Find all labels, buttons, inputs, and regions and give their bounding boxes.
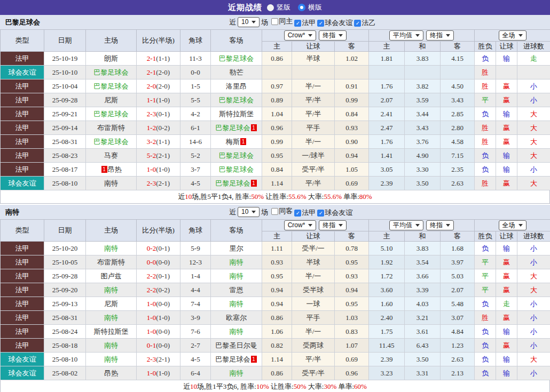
average-final-select[interactable]: 终指 bbox=[426, 220, 454, 230]
match-date: 25-10-04 bbox=[44, 79, 86, 93]
match-count-select[interactable]: 10 bbox=[238, 207, 260, 217]
avg-draw-odds: 3.44 bbox=[405, 107, 441, 121]
col-avg-home: 主 bbox=[369, 231, 405, 242]
average-select[interactable]: 平均值 bbox=[389, 30, 423, 41]
match-row: 法甲25-09-13尼斯1-0(0-0)7-4南特0.94一球0.951.604… bbox=[1, 297, 550, 311]
bookmaker-select[interactable]: Crow* bbox=[284, 30, 317, 41]
filter-checkbox[interactable]: ✓ bbox=[317, 210, 324, 217]
fulltime-score: 5-2 bbox=[147, 151, 156, 159]
summary-segment: 30% bbox=[324, 382, 336, 390]
handicap-line: 半/一 bbox=[292, 135, 335, 149]
handicap-home-odds: 0.97 bbox=[262, 79, 292, 93]
result-wdl: 负 bbox=[475, 353, 496, 366]
result-wdl: 胜 bbox=[475, 177, 496, 190]
scope-select[interactable]: 全场 bbox=[499, 220, 527, 230]
result-goals: 大 bbox=[517, 283, 550, 297]
handicap-home-odds: 0.84 bbox=[262, 163, 292, 177]
filter-checkbox[interactable]: ✓ bbox=[354, 20, 361, 27]
avg-draw-odds: 3.82 bbox=[405, 79, 441, 93]
team-label: 南特 bbox=[104, 179, 118, 187]
avg-away-odds: 1.23 bbox=[441, 339, 475, 353]
summary-segment: 80% bbox=[359, 193, 372, 201]
horizontal-radio-icon[interactable] bbox=[298, 4, 305, 11]
avg-home-odds: 1.72 bbox=[369, 269, 405, 283]
handicap-line: 平手 bbox=[292, 311, 335, 325]
avg-home-odds: 3.23 bbox=[369, 366, 405, 380]
handicap-line: 受半/一 bbox=[292, 242, 335, 255]
odds-group-header: Crow* 终指 bbox=[262, 220, 369, 231]
filter-label: 同主 bbox=[279, 17, 293, 26]
match-date: 25-08-18 bbox=[44, 339, 86, 353]
halftime-score: (1-0) bbox=[156, 369, 170, 377]
avg-draw-odds: 3.50 bbox=[405, 353, 441, 366]
corner-count: 7-4 bbox=[180, 297, 211, 311]
result-wdl: 负 bbox=[475, 163, 496, 177]
team-label: 巴黎足球会 bbox=[216, 124, 250, 132]
filter-checkbox[interactable]: ✓ bbox=[294, 20, 301, 27]
handicap-home-odds: 0.95 bbox=[262, 149, 292, 163]
avg-draw-odds: 4.90 bbox=[405, 149, 441, 163]
fulltime-score: 2-2 bbox=[147, 286, 156, 294]
match-row: 法甲25-09-21巴黎足球会2-3(0-1)4-2斯特拉斯堡1.04平/半0.… bbox=[1, 107, 550, 121]
scope-select-value: 全场 bbox=[502, 221, 515, 229]
handicap-away-odds: 0.90 bbox=[335, 135, 369, 149]
handicap-line: 平/半 bbox=[292, 353, 335, 366]
home-team: 巴黎足球会 bbox=[86, 135, 137, 149]
chevron-down-icon bbox=[339, 224, 343, 227]
home-team: 南特 bbox=[86, 242, 137, 255]
scope-select[interactable]: 全场 bbox=[499, 30, 527, 41]
match-date: 25-10-19 bbox=[44, 52, 86, 66]
filter-checkbox[interactable] bbox=[271, 18, 278, 25]
away-team: 巴黎足球会 bbox=[211, 149, 262, 163]
odds-final-select[interactable]: 终指 bbox=[319, 30, 347, 41]
filter-checkbox[interactable] bbox=[271, 208, 278, 215]
home-team: 布雷斯特 bbox=[86, 255, 137, 269]
match-row: 法甲25-08-23马赛5-2(2-1)5-2巴黎足球会0.95一/球半0.94… bbox=[1, 149, 550, 163]
avg-draw-odds: 3.61 bbox=[405, 325, 441, 339]
team-label: 巴黎足球会 bbox=[219, 165, 254, 173]
handicap-home-odds: 0.86 bbox=[262, 52, 292, 66]
team-label: 马赛 bbox=[104, 151, 118, 159]
team-label: 巴黎足球会 bbox=[94, 68, 129, 76]
team-label: 巴黎足球会 bbox=[94, 138, 129, 146]
horizontal-layout-option[interactable]: 横版 bbox=[298, 3, 322, 12]
handicap-home-odds: 0.86 bbox=[262, 366, 292, 380]
red-card-badge: 1 bbox=[251, 356, 257, 363]
filter-checkbox[interactable]: ✓ bbox=[294, 210, 301, 217]
handicap-away-odds: 0.93 bbox=[335, 269, 369, 283]
result-wdl: 负 bbox=[475, 366, 496, 380]
filter-item: ✓法甲 bbox=[294, 18, 316, 28]
match-row: 法甲25-08-18南特0-1(0-0)2-7巴黎圣日尔曼0.82受两球1.07… bbox=[1, 339, 550, 353]
corner-count: 4-5 bbox=[180, 353, 211, 366]
away-team: 巴黎足球会1 bbox=[211, 121, 262, 135]
match-count-select[interactable]: 10 bbox=[238, 17, 260, 27]
vertical-radio-icon[interactable] bbox=[267, 4, 274, 11]
bookmaker-select[interactable]: Crow* bbox=[284, 220, 317, 230]
avg-home-odds: 1.76 bbox=[369, 79, 405, 93]
average-final-select[interactable]: 终指 bbox=[426, 30, 454, 41]
result-handicap: 输 bbox=[496, 107, 517, 121]
halftime-score: (2-0) bbox=[156, 68, 170, 76]
match-date: 25-08-10 bbox=[44, 177, 86, 190]
team-label: 南特 bbox=[104, 314, 118, 322]
handicap-away-odds: 0.96 bbox=[335, 366, 369, 380]
summary-segment: 50% bbox=[294, 382, 307, 390]
result-goals: 大 bbox=[517, 107, 550, 121]
odds-final-select[interactable]: 终指 bbox=[319, 220, 347, 230]
halftime-score: (0-0) bbox=[156, 258, 170, 266]
match-type: 法甲 bbox=[1, 311, 44, 325]
avg-draw-odds: 3.43 bbox=[405, 121, 441, 135]
filter-item: ✓球会友谊 bbox=[317, 208, 352, 218]
handicap-away-odds: 0.94 bbox=[335, 283, 369, 297]
chevron-down-icon bbox=[308, 34, 312, 37]
corner-count: 3-9 bbox=[180, 311, 211, 325]
team-label: 昂热 bbox=[104, 369, 118, 377]
filter-checkbox[interactable]: ✓ bbox=[317, 20, 324, 27]
vertical-layout-option[interactable]: 竖版 bbox=[267, 3, 290, 12]
average-select[interactable]: 平均值 bbox=[389, 220, 423, 230]
scope-group-header: 全场 bbox=[475, 30, 550, 42]
home-team: 布雷斯特 bbox=[86, 121, 137, 135]
result-wdl: 胜 bbox=[475, 135, 496, 149]
summary-segment: 大率: bbox=[307, 382, 324, 390]
handicap-line: 受半球 bbox=[292, 283, 335, 297]
